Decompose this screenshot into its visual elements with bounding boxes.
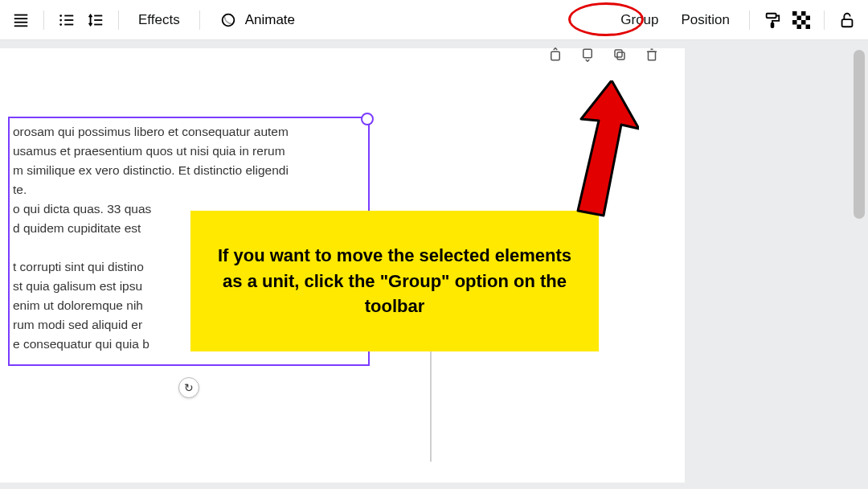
svg-rect-22 <box>792 20 797 25</box>
svg-rect-29 <box>615 50 622 57</box>
transparency-icon[interactable] <box>787 6 816 35</box>
svg-rect-31 <box>649 51 656 60</box>
svg-marker-34 <box>578 80 639 216</box>
paint-roller-icon[interactable] <box>758 6 787 35</box>
toolbar-divider <box>199 10 200 30</box>
column-guide <box>430 349 432 462</box>
instruction-callout: If you want to move the selected element… <box>190 211 599 351</box>
svg-rect-30 <box>617 52 624 60</box>
toolbar-divider <box>749 10 750 30</box>
svg-rect-27 <box>551 51 560 60</box>
canvas-area: orosam qui possimus libero et consequatu… <box>0 40 868 489</box>
page-controls <box>547 47 661 63</box>
animate-icon <box>219 11 237 29</box>
arrow-annotation <box>565 80 639 217</box>
animate-label: Animate <box>245 12 295 28</box>
animate-button[interactable]: Animate <box>208 6 306 35</box>
svg-point-14 <box>222 14 234 26</box>
line-spacing-icon[interactable] <box>81 6 110 35</box>
delete-page-icon[interactable] <box>643 47 661 63</box>
svg-rect-20 <box>797 15 802 20</box>
duplicate-page-icon[interactable] <box>611 47 628 63</box>
svg-rect-16 <box>772 23 774 27</box>
svg-point-4 <box>59 14 62 17</box>
svg-rect-15 <box>767 13 776 18</box>
scrollbar[interactable] <box>854 45 865 484</box>
group-button[interactable]: Group <box>609 6 669 35</box>
scrollbar-thumb[interactable] <box>854 50 865 219</box>
svg-rect-8 <box>64 19 73 21</box>
right-gutter <box>685 40 868 489</box>
page-down-icon[interactable] <box>579 47 596 63</box>
effects-button[interactable]: Effects <box>127 6 191 35</box>
svg-rect-19 <box>801 11 806 16</box>
svg-rect-24 <box>797 24 802 29</box>
top-toolbar: Effects Animate Group Position <box>0 0 868 40</box>
svg-rect-23 <box>801 20 806 25</box>
text-align-icon[interactable] <box>6 6 35 35</box>
toolbar-divider <box>118 10 119 30</box>
instruction-text: If you want to move the selected element… <box>208 243 581 320</box>
svg-point-6 <box>59 23 62 26</box>
toolbar-divider <box>43 10 44 30</box>
bullet-list-icon[interactable] <box>52 6 81 35</box>
rotate-handle[interactable]: ↻ <box>178 377 199 398</box>
svg-rect-28 <box>583 49 592 58</box>
position-button[interactable]: Position <box>670 6 741 35</box>
lock-icon[interactable] <box>833 6 862 35</box>
svg-rect-26 <box>842 19 853 27</box>
page-up-icon[interactable] <box>547 47 564 63</box>
svg-rect-9 <box>64 23 73 25</box>
toolbar-divider <box>824 10 825 30</box>
svg-rect-21 <box>806 15 811 20</box>
svg-point-5 <box>59 18 62 21</box>
svg-rect-7 <box>64 14 73 16</box>
svg-rect-18 <box>792 11 797 16</box>
svg-rect-25 <box>806 24 811 29</box>
